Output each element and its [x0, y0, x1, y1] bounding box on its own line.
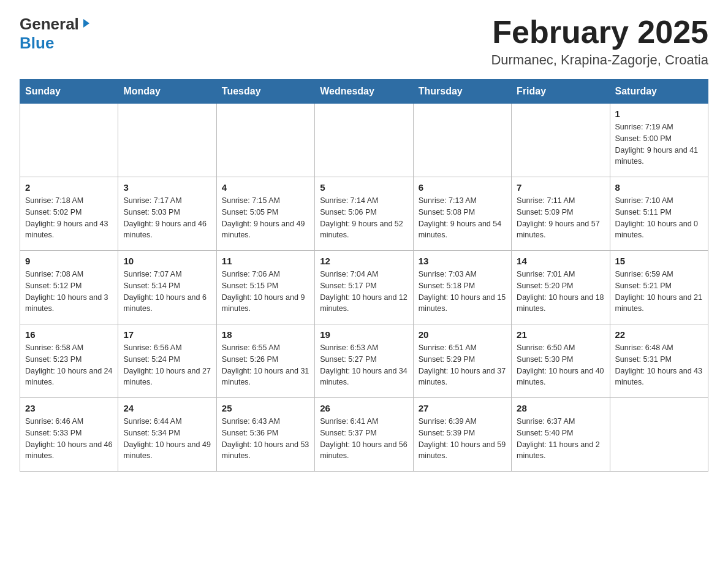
table-cell: 26Sunrise: 6:41 AMSunset: 5:37 PMDayligh… [315, 398, 413, 472]
table-cell: 11Sunrise: 7:06 AMSunset: 5:15 PMDayligh… [216, 251, 314, 324]
day-number: 22 [615, 329, 703, 340]
col-saturday: Saturday [610, 80, 708, 104]
table-cell: 20Sunrise: 6:51 AMSunset: 5:29 PMDayligh… [413, 324, 511, 398]
table-cell: 24Sunrise: 6:44 AMSunset: 5:34 PMDayligh… [118, 398, 216, 472]
day-number: 19 [320, 329, 408, 340]
day-info: Sunrise: 7:14 AMSunset: 5:06 PMDaylight:… [320, 195, 408, 241]
col-sunday: Sunday [20, 80, 118, 104]
day-number: 4 [222, 182, 309, 193]
day-number: 26 [320, 403, 408, 413]
day-info: Sunrise: 7:03 AMSunset: 5:18 PMDaylight:… [419, 269, 506, 315]
day-info: Sunrise: 6:37 AMSunset: 5:40 PMDaylight:… [517, 416, 604, 462]
day-number: 21 [517, 329, 604, 340]
col-tuesday: Tuesday [216, 80, 314, 104]
logo: General Blue [20, 15, 92, 53]
day-info: Sunrise: 6:56 AMSunset: 5:24 PMDaylight:… [123, 342, 211, 388]
day-number: 25 [222, 403, 309, 413]
table-cell: 18Sunrise: 6:55 AMSunset: 5:26 PMDayligh… [216, 324, 314, 398]
calendar-subtitle: Durmanec, Krapina-Zagorje, Croatia [491, 52, 708, 68]
col-wednesday: Wednesday [315, 80, 413, 104]
table-cell: 17Sunrise: 6:56 AMSunset: 5:24 PMDayligh… [118, 324, 216, 398]
day-info: Sunrise: 6:50 AMSunset: 5:30 PMDaylight:… [517, 342, 604, 388]
day-number: 2 [25, 182, 113, 193]
table-cell: 10Sunrise: 7:07 AMSunset: 5:14 PMDayligh… [118, 251, 216, 324]
logo-general-text: General [20, 15, 79, 34]
calendar-header-row: Sunday Monday Tuesday Wednesday Thursday… [20, 80, 708, 104]
table-cell [512, 104, 610, 177]
table-cell [216, 104, 314, 177]
table-cell: 21Sunrise: 6:50 AMSunset: 5:30 PMDayligh… [512, 324, 610, 398]
svg-marker-0 [83, 19, 89, 28]
table-cell: 27Sunrise: 6:39 AMSunset: 5:39 PMDayligh… [413, 398, 511, 472]
day-number: 14 [517, 256, 604, 266]
table-cell: 12Sunrise: 7:04 AMSunset: 5:17 PMDayligh… [315, 251, 413, 324]
day-number: 10 [123, 256, 211, 266]
day-info: Sunrise: 7:04 AMSunset: 5:17 PMDaylight:… [320, 269, 408, 315]
day-number: 12 [320, 256, 408, 266]
calendar-table: Sunday Monday Tuesday Wednesday Thursday… [20, 79, 708, 472]
day-info: Sunrise: 6:39 AMSunset: 5:39 PMDaylight:… [419, 416, 506, 462]
day-info: Sunrise: 7:10 AMSunset: 5:11 PMDaylight:… [615, 195, 703, 241]
table-cell: 7Sunrise: 7:11 AMSunset: 5:09 PMDaylight… [512, 177, 610, 251]
logo-arrow-icon [81, 18, 92, 31]
day-number: 9 [25, 256, 113, 266]
day-number: 7 [517, 182, 604, 193]
day-number: 1 [615, 109, 703, 119]
table-cell: 3Sunrise: 7:17 AMSunset: 5:03 PMDaylight… [118, 177, 216, 251]
week-row: 2Sunrise: 7:18 AMSunset: 5:02 PMDaylight… [20, 177, 708, 251]
table-cell [315, 104, 413, 177]
table-cell [118, 104, 216, 177]
day-info: Sunrise: 6:58 AMSunset: 5:23 PMDaylight:… [25, 342, 113, 388]
day-info: Sunrise: 7:11 AMSunset: 5:09 PMDaylight:… [517, 195, 604, 241]
day-info: Sunrise: 6:59 AMSunset: 5:21 PMDaylight:… [615, 269, 703, 315]
table-cell: 22Sunrise: 6:48 AMSunset: 5:31 PMDayligh… [610, 324, 708, 398]
day-number: 28 [517, 403, 604, 413]
day-number: 8 [615, 182, 703, 193]
table-cell [413, 104, 511, 177]
table-cell: 2Sunrise: 7:18 AMSunset: 5:02 PMDaylight… [20, 177, 118, 251]
table-cell: 23Sunrise: 6:46 AMSunset: 5:33 PMDayligh… [20, 398, 118, 472]
day-number: 6 [419, 182, 506, 193]
day-number: 20 [419, 329, 506, 340]
table-cell [610, 398, 708, 472]
day-info: Sunrise: 6:55 AMSunset: 5:26 PMDaylight:… [222, 342, 309, 388]
day-number: 24 [123, 403, 211, 413]
table-cell: 19Sunrise: 6:53 AMSunset: 5:27 PMDayligh… [315, 324, 413, 398]
day-info: Sunrise: 7:19 AMSunset: 5:00 PMDaylight:… [615, 121, 703, 167]
logo-blue-text: Blue [20, 34, 54, 53]
table-cell: 25Sunrise: 6:43 AMSunset: 5:36 PMDayligh… [216, 398, 314, 472]
col-friday: Friday [512, 80, 610, 104]
day-number: 5 [320, 182, 408, 193]
table-cell: 28Sunrise: 6:37 AMSunset: 5:40 PMDayligh… [512, 398, 610, 472]
day-number: 13 [419, 256, 506, 266]
week-row: 16Sunrise: 6:58 AMSunset: 5:23 PMDayligh… [20, 324, 708, 398]
page-header: General Blue February 2025 Durmanec, Kra… [20, 15, 708, 68]
day-info: Sunrise: 7:07 AMSunset: 5:14 PMDaylight:… [123, 269, 211, 315]
week-row: 23Sunrise: 6:46 AMSunset: 5:33 PMDayligh… [20, 398, 708, 472]
day-number: 17 [123, 329, 211, 340]
col-monday: Monday [118, 80, 216, 104]
col-thursday: Thursday [413, 80, 511, 104]
day-number: 16 [25, 329, 113, 340]
week-row: 9Sunrise: 7:08 AMSunset: 5:12 PMDaylight… [20, 251, 708, 324]
table-cell: 4Sunrise: 7:15 AMSunset: 5:05 PMDaylight… [216, 177, 314, 251]
day-number: 18 [222, 329, 309, 340]
table-cell: 6Sunrise: 7:13 AMSunset: 5:08 PMDaylight… [413, 177, 511, 251]
table-cell [20, 104, 118, 177]
table-cell: 5Sunrise: 7:14 AMSunset: 5:06 PMDaylight… [315, 177, 413, 251]
day-number: 23 [25, 403, 113, 413]
day-info: Sunrise: 6:48 AMSunset: 5:31 PMDaylight:… [615, 342, 703, 388]
day-number: 11 [222, 256, 309, 266]
calendar-title: February 2025 [491, 15, 708, 50]
day-number: 27 [419, 403, 506, 413]
day-info: Sunrise: 7:06 AMSunset: 5:15 PMDaylight:… [222, 269, 309, 315]
day-info: Sunrise: 7:18 AMSunset: 5:02 PMDaylight:… [25, 195, 113, 241]
day-info: Sunrise: 6:41 AMSunset: 5:37 PMDaylight:… [320, 416, 408, 462]
table-cell: 1Sunrise: 7:19 AMSunset: 5:00 PMDaylight… [610, 104, 708, 177]
table-cell: 14Sunrise: 7:01 AMSunset: 5:20 PMDayligh… [512, 251, 610, 324]
day-info: Sunrise: 7:15 AMSunset: 5:05 PMDaylight:… [222, 195, 309, 241]
week-row: 1Sunrise: 7:19 AMSunset: 5:00 PMDaylight… [20, 104, 708, 177]
title-section: February 2025 Durmanec, Krapina-Zagorje,… [491, 15, 708, 68]
day-info: Sunrise: 6:51 AMSunset: 5:29 PMDaylight:… [419, 342, 506, 388]
day-info: Sunrise: 7:01 AMSunset: 5:20 PMDaylight:… [517, 269, 604, 315]
